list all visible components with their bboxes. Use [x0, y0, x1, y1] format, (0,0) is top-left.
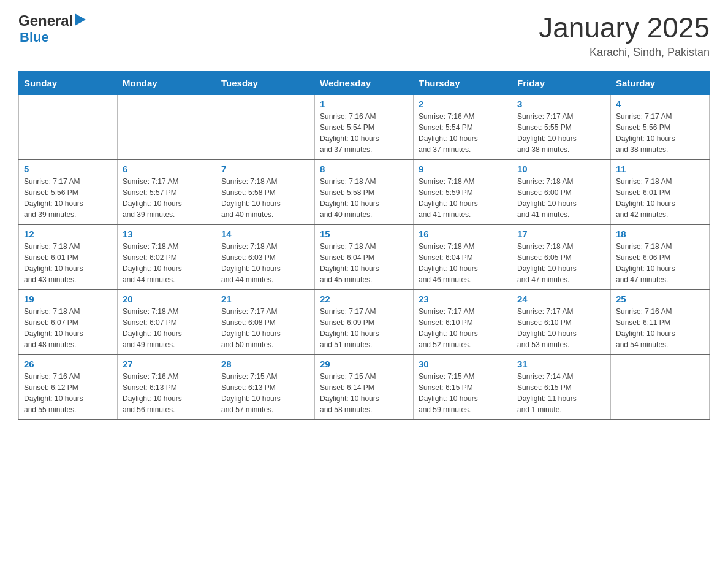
calendar-cell: 30Sunrise: 7:15 AMSunset: 6:15 PMDayligh… [414, 354, 512, 419]
day-info: Sunrise: 7:18 AMSunset: 6:03 PMDaylight:… [221, 241, 309, 285]
calendar-header-tuesday: Tuesday [216, 71, 315, 94]
day-info: Sunrise: 7:17 AMSunset: 6:08 PMDaylight:… [221, 306, 309, 350]
calendar-header-saturday: Saturday [611, 71, 710, 94]
calendar-header-wednesday: Wednesday [315, 71, 414, 94]
day-number: 29 [320, 359, 408, 369]
day-info: Sunrise: 7:15 AMSunset: 6:15 PMDaylight:… [419, 371, 507, 415]
subtitle: Karachi, Sindh, Pakistan [539, 46, 710, 59]
day-number: 10 [517, 164, 605, 174]
day-info: Sunrise: 7:18 AMSunset: 5:58 PMDaylight:… [221, 176, 309, 220]
day-info: Sunrise: 7:18 AMSunset: 6:01 PMDaylight:… [24, 241, 112, 285]
logo-general-text: General [18, 12, 73, 29]
calendar-cell: 6Sunrise: 7:17 AMSunset: 5:57 PMDaylight… [118, 159, 216, 224]
day-number: 6 [123, 164, 211, 174]
day-info: Sunrise: 7:18 AMSunset: 6:02 PMDaylight:… [123, 241, 211, 285]
day-info: Sunrise: 7:18 AMSunset: 6:07 PMDaylight:… [123, 306, 211, 350]
day-number: 17 [517, 229, 605, 239]
calendar-cell: 12Sunrise: 7:18 AMSunset: 6:01 PMDayligh… [19, 224, 118, 289]
calendar-cell: 15Sunrise: 7:18 AMSunset: 6:04 PMDayligh… [315, 224, 414, 289]
day-info: Sunrise: 7:14 AMSunset: 6:15 PMDaylight:… [517, 371, 605, 415]
day-number: 3 [517, 99, 605, 109]
calendar-cell: 13Sunrise: 7:18 AMSunset: 6:02 PMDayligh… [118, 224, 216, 289]
calendar-week-row: 26Sunrise: 7:16 AMSunset: 6:12 PMDayligh… [19, 354, 710, 419]
day-info: Sunrise: 7:16 AMSunset: 5:54 PMDaylight:… [419, 111, 507, 155]
calendar-header-thursday: Thursday [414, 71, 512, 94]
day-number: 26 [24, 359, 112, 369]
day-number: 23 [419, 294, 507, 304]
logo-blue-text: Blue [20, 29, 49, 45]
day-info: Sunrise: 7:17 AMSunset: 6:10 PMDaylight:… [419, 306, 507, 350]
calendar-cell: 23Sunrise: 7:17 AMSunset: 6:10 PMDayligh… [414, 289, 512, 354]
day-number: 4 [616, 99, 704, 109]
calendar-cell: 14Sunrise: 7:18 AMSunset: 6:03 PMDayligh… [216, 224, 315, 289]
calendar-cell: 16Sunrise: 7:18 AMSunset: 6:04 PMDayligh… [414, 224, 512, 289]
day-number: 25 [616, 294, 704, 304]
day-number: 2 [419, 99, 507, 109]
day-number: 21 [221, 294, 309, 304]
day-info: Sunrise: 7:18 AMSunset: 6:04 PMDaylight:… [419, 241, 507, 285]
calendar-cell: 17Sunrise: 7:18 AMSunset: 6:05 PMDayligh… [512, 224, 611, 289]
day-info: Sunrise: 7:17 AMSunset: 6:09 PMDaylight:… [320, 306, 408, 350]
calendar-cell: 3Sunrise: 7:17 AMSunset: 5:55 PMDaylight… [512, 94, 611, 159]
calendar-header-friday: Friday [512, 71, 611, 94]
calendar-cell: 19Sunrise: 7:18 AMSunset: 6:07 PMDayligh… [19, 289, 118, 354]
day-info: Sunrise: 7:15 AMSunset: 6:14 PMDaylight:… [320, 371, 408, 415]
calendar-cell: 5Sunrise: 7:17 AMSunset: 5:56 PMDaylight… [19, 159, 118, 224]
calendar-cell [19, 94, 118, 159]
calendar-cell [118, 94, 216, 159]
calendar-cell: 21Sunrise: 7:17 AMSunset: 6:08 PMDayligh… [216, 289, 315, 354]
day-number: 31 [517, 359, 605, 369]
calendar-cell: 10Sunrise: 7:18 AMSunset: 6:00 PMDayligh… [512, 159, 611, 224]
day-number: 11 [616, 164, 704, 174]
calendar-cell: 25Sunrise: 7:16 AMSunset: 6:11 PMDayligh… [611, 289, 710, 354]
calendar-week-row: 12Sunrise: 7:18 AMSunset: 6:01 PMDayligh… [19, 224, 710, 289]
calendar-cell: 27Sunrise: 7:16 AMSunset: 6:13 PMDayligh… [118, 354, 216, 419]
day-info: Sunrise: 7:17 AMSunset: 5:57 PMDaylight:… [123, 176, 211, 220]
day-number: 8 [320, 164, 408, 174]
logo: General Blue [18, 12, 86, 45]
day-number: 22 [320, 294, 408, 304]
calendar-cell: 2Sunrise: 7:16 AMSunset: 5:54 PMDaylight… [414, 94, 512, 159]
page-header: General Blue January 2025 Karachi, Sindh… [18, 12, 710, 59]
day-info: Sunrise: 7:18 AMSunset: 6:04 PMDaylight:… [320, 241, 408, 285]
day-info: Sunrise: 7:17 AMSunset: 5:55 PMDaylight:… [517, 111, 605, 155]
calendar-cell: 31Sunrise: 7:14 AMSunset: 6:15 PMDayligh… [512, 354, 611, 419]
day-number: 1 [320, 99, 408, 109]
day-number: 16 [419, 229, 507, 239]
day-number: 7 [221, 164, 309, 174]
calendar-cell [216, 94, 315, 159]
day-number: 14 [221, 229, 309, 239]
calendar-cell: 24Sunrise: 7:17 AMSunset: 6:10 PMDayligh… [512, 289, 611, 354]
calendar-header-sunday: Sunday [19, 71, 118, 94]
day-number: 5 [24, 164, 112, 174]
day-info: Sunrise: 7:18 AMSunset: 5:59 PMDaylight:… [419, 176, 507, 220]
calendar-table: SundayMondayTuesdayWednesdayThursdayFrid… [18, 71, 710, 420]
day-number: 18 [616, 229, 704, 239]
day-info: Sunrise: 7:18 AMSunset: 6:01 PMDaylight:… [616, 176, 704, 220]
calendar-header-row: SundayMondayTuesdayWednesdayThursdayFrid… [19, 71, 710, 94]
calendar-week-row: 5Sunrise: 7:17 AMSunset: 5:56 PMDaylight… [19, 159, 710, 224]
calendar-cell: 26Sunrise: 7:16 AMSunset: 6:12 PMDayligh… [19, 354, 118, 419]
day-info: Sunrise: 7:18 AMSunset: 6:05 PMDaylight:… [517, 241, 605, 285]
calendar-cell: 9Sunrise: 7:18 AMSunset: 5:59 PMDaylight… [414, 159, 512, 224]
calendar-cell: 28Sunrise: 7:15 AMSunset: 6:13 PMDayligh… [216, 354, 315, 419]
day-info: Sunrise: 7:17 AMSunset: 6:10 PMDaylight:… [517, 306, 605, 350]
calendar-cell: 18Sunrise: 7:18 AMSunset: 6:06 PMDayligh… [611, 224, 710, 289]
calendar-cell: 4Sunrise: 7:17 AMSunset: 5:56 PMDaylight… [611, 94, 710, 159]
day-number: 28 [221, 359, 309, 369]
day-info: Sunrise: 7:17 AMSunset: 5:56 PMDaylight:… [616, 111, 704, 155]
day-number: 13 [123, 229, 211, 239]
day-number: 12 [24, 229, 112, 239]
day-info: Sunrise: 7:16 AMSunset: 5:54 PMDaylight:… [320, 111, 408, 155]
calendar-cell: 11Sunrise: 7:18 AMSunset: 6:01 PMDayligh… [611, 159, 710, 224]
calendar-week-row: 19Sunrise: 7:18 AMSunset: 6:07 PMDayligh… [19, 289, 710, 354]
day-info: Sunrise: 7:16 AMSunset: 6:11 PMDaylight:… [616, 306, 704, 350]
title-area: January 2025 Karachi, Sindh, Pakistan [539, 12, 710, 59]
day-number: 15 [320, 229, 408, 239]
day-info: Sunrise: 7:18 AMSunset: 6:00 PMDaylight:… [517, 176, 605, 220]
calendar-cell: 1Sunrise: 7:16 AMSunset: 5:54 PMDaylight… [315, 94, 414, 159]
calendar-cell [611, 354, 710, 419]
day-number: 30 [419, 359, 507, 369]
main-title: January 2025 [539, 12, 710, 44]
logo-triangle-icon [75, 13, 86, 28]
